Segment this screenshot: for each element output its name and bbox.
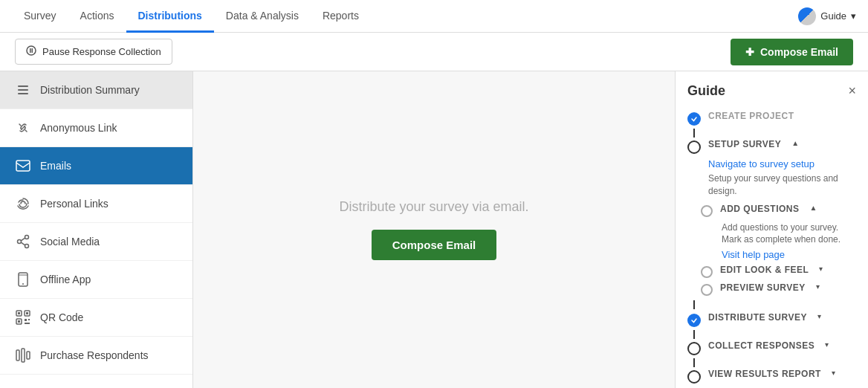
connector-4 [693,358,695,367]
guide-step-create-project: CREATE PROJECT [687,111,856,126]
chevron-down-icon-2: ▾ [816,282,820,291]
compose-email-content-button[interactable]: Compose Email [372,230,497,260]
guide-step-setup-survey[interactable]: SETUP SURVEY ▲ [687,139,856,154]
chevron-down-icon-3: ▾ [817,312,821,320]
fingerprint-icon [15,195,31,212]
sidebar-label-social-media: Social Media [40,236,100,248]
svg-rect-25 [22,349,25,362]
guide-step-collect-responses[interactable]: COLLECT RESPONSES ▾ [687,340,856,355]
sidebar-item-qr-code[interactable]: QR Code [0,299,192,337]
sidebar-item-social-media[interactable]: Social Media [0,223,192,261]
toolbar: Pause Response Collection ✚ Compose Emai… [0,33,868,71]
step-circle-setup-survey [687,140,701,154]
pause-response-button[interactable]: Pause Response Collection [15,39,172,65]
sidebar-item-personal-links[interactable]: Personal Links [0,185,192,223]
guide-close-button[interactable]: × [848,83,856,99]
nav-item-distributions[interactable]: Distributions [126,0,214,33]
sidebar-label-offline-app: Offline App [40,274,91,285]
sidebar-item-emails[interactable]: Emails [0,147,192,185]
sidebar-label-distribution-summary: Distribution Summary [40,84,140,96]
guide-icon [798,7,816,25]
sub-circle-preview-survey [701,284,713,296]
link-icon [15,120,31,136]
sub-label-preview-survey: Preview Survey [720,282,806,293]
mobile-icon [15,271,31,288]
compose-btn-label: Compose Email [760,46,838,58]
panel-icon [15,347,31,363]
svg-rect-18 [26,312,28,314]
step-circle-view-results [687,370,701,384]
sub-circle-edit-look-feel [701,266,713,278]
svg-rect-2 [32,48,33,53]
step-label-collect-responses: COLLECT RESPONSES [708,340,814,351]
add-questions-desc: Add questions to your survey. Mark as co… [722,222,856,247]
nav-item-reports[interactable]: Reports [311,0,371,33]
qr-icon [15,309,31,326]
sidebar-label-personal-links: Personal Links [40,198,108,210]
pause-btn-label: Pause Response Collection [42,46,161,57]
guide-step-view-results[interactable]: VIEW RESULTS REPORT ▾ [687,369,856,384]
svg-point-8 [18,240,22,244]
svg-rect-24 [16,350,19,360]
sidebar-item-offline-app[interactable]: Offline App [0,261,192,299]
sidebar-label-purchase-respondents: Purchase Respondents [40,349,149,361]
chevron-down-icon-4: ▾ [825,340,829,349]
step-label-setup-survey: SETUP SURVEY [708,139,781,149]
sub-circle-add-questions [701,205,713,217]
svg-rect-26 [27,352,30,359]
svg-rect-21 [25,319,27,321]
sidebar-label-qr-code: QR Code [40,311,83,323]
svg-rect-22 [28,319,30,320]
connector-1 [693,129,695,138]
sidebar-item-anonymous-link[interactable]: Anonymous Link [0,109,192,147]
add-questions-details: Add questions to your survey. Mark as co… [722,222,856,261]
sub-step-edit-look-feel[interactable]: Edit Look & Feel ▾ [701,265,856,278]
chevron-down-icon-5: ▾ [832,369,835,377]
nav-item-survey[interactable]: Survey [12,0,68,33]
chevron-up-icon: ▲ [791,139,799,147]
sidebar: Distribution Summary Anonymous Link [0,71,193,388]
guide-button[interactable]: Guide ▾ [798,7,856,25]
main-layout: Distribution Summary Anonymous Link [0,71,868,388]
sub-step-add-questions[interactable]: Add Questions ▲ [701,204,856,217]
svg-rect-1 [30,48,31,53]
svg-point-9 [25,245,29,248]
guide-label: Guide [820,10,846,22]
sidebar-item-purchase-respondents[interactable]: Purchase Respondents [0,337,192,375]
svg-point-7 [25,236,29,239]
guide-panel-title: Guide [687,83,725,99]
sub-label-edit-look-feel: Edit Look & Feel [720,265,809,275]
guide-step-distribute-survey[interactable]: DISTRIBUTE SURVEY ▾ [687,312,856,327]
step-label-distribute-survey: DISTRIBUTE SURVEY [708,312,807,323]
step-circle-distribute-survey [687,314,701,327]
svg-line-11 [21,242,25,245]
sidebar-item-distribution-summary[interactable]: Distribution Summary [0,71,192,109]
content-message: Distribute your survey via email. [339,199,528,215]
chevron-down-icon-1: ▾ [819,265,823,273]
svg-rect-3 [18,85,28,87]
share-icon [15,233,31,250]
svg-rect-4 [18,89,28,91]
sidebar-label-anonymous-link: Anonymous Link [40,122,117,134]
step-label-view-results: VIEW RESULTS REPORT [708,369,821,379]
top-navigation: Survey Actions Distributions Data & Anal… [0,0,868,33]
guide-panel: Guide × CREATE PROJECT SETUP SURVEY ▲ Na… [675,71,868,388]
email-icon [15,158,31,174]
guide-panel-header: Guide × [687,83,856,99]
list-icon [15,82,31,98]
nav-item-data-analysis[interactable]: Data & Analysis [214,0,311,33]
nav-item-actions[interactable]: Actions [68,0,126,33]
compose-email-toolbar-button[interactable]: ✚ Compose Email [731,39,853,65]
svg-point-13 [22,283,24,285]
sub-step-preview-survey[interactable]: Preview Survey ▾ [701,282,856,296]
svg-point-0 [27,46,36,55]
plus-icon: ✚ [745,46,754,58]
step-circle-collect-responses [687,342,701,355]
svg-rect-6 [16,161,30,171]
visit-help-link[interactable]: Visit help page [722,249,856,260]
step-label-create-project: CREATE PROJECT [708,111,794,121]
connector-3 [693,330,695,339]
chevron-up-icon-2: ▲ [810,204,817,212]
svg-line-10 [21,238,25,241]
navigate-survey-setup-link[interactable]: Navigate to survey setup [708,158,856,169]
